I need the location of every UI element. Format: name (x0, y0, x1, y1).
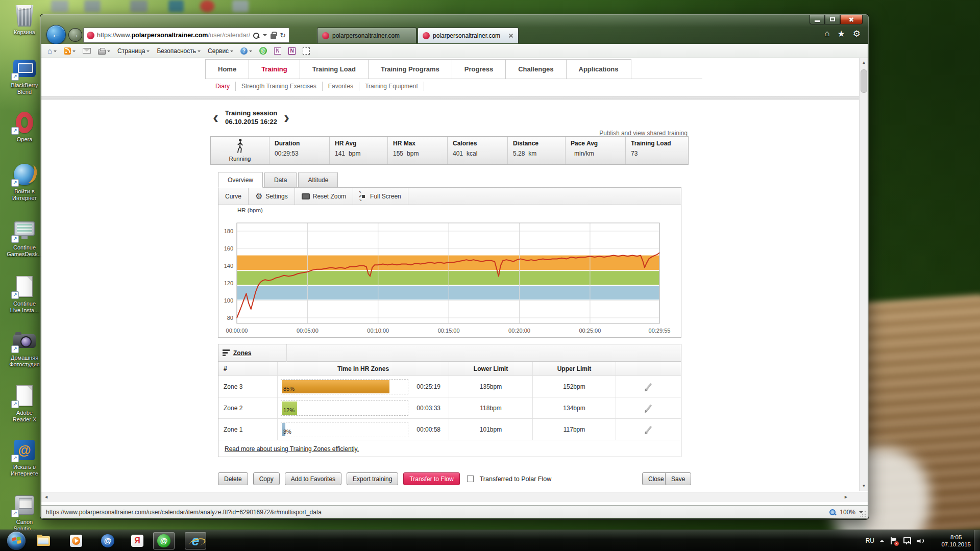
nav-training[interactable]: Training (249, 59, 300, 79)
taskbar-media-player-button[interactable] (65, 532, 87, 549)
favorites-star-icon[interactable]: ★ (838, 29, 845, 39)
taskbar-yandex-button[interactable]: Я (127, 532, 148, 549)
subnav-diary[interactable]: Diary (210, 82, 236, 91)
start-button[interactable] (7, 532, 26, 550)
resize-grip[interactable] (860, 511, 866, 517)
print-button[interactable] (96, 46, 112, 56)
transfer-to-flow-button[interactable]: Transfer to Flow (403, 472, 459, 485)
zone-lower-limit: 101bpm (449, 419, 533, 440)
taskbar-internet-explorer-button[interactable]: e (185, 532, 206, 549)
hidden-icons-arrow[interactable] (880, 538, 884, 542)
show-desktop-button[interactable] (974, 530, 980, 551)
zones-panel: Zones # Time in HR Zones Lower Limit Upp… (218, 344, 681, 457)
back-button[interactable]: ← (46, 25, 66, 44)
transferred-checkbox[interactable] (467, 475, 474, 482)
nav-home[interactable]: Home (205, 59, 249, 79)
feeds-button[interactable] (62, 46, 77, 56)
refresh-icon[interactable]: ↻ (280, 32, 286, 39)
vertical-scrollbar[interactable]: ▲ ▼ (859, 58, 868, 491)
volume-icon[interactable] (917, 537, 924, 544)
restore-button[interactable] (825, 15, 840, 24)
hr-curve-chart[interactable]: 1801601401201008000:00:0000:05:0000:10:0… (214, 215, 681, 338)
curve-button[interactable]: Curve (218, 188, 249, 205)
zone-bar-track: 3% (281, 422, 408, 437)
onenote-clip-button[interactable]: N (287, 46, 297, 56)
minimize-button[interactable] (810, 15, 825, 24)
copy-button[interactable]: Copy (253, 472, 280, 485)
page-menu[interactable]: Страница (116, 46, 151, 56)
svg-text:00:15:00: 00:15:00 (438, 328, 460, 334)
next-session-arrow[interactable]: › (284, 107, 289, 128)
page-title: Training session (225, 109, 278, 117)
action-center-flag-icon[interactable]: ✕ (890, 537, 897, 545)
dropdown-icon (230, 51, 233, 54)
help-menu[interactable]: ? (239, 46, 254, 56)
nav-challenges[interactable]: Challenges (505, 59, 566, 79)
search-icon[interactable] (253, 32, 259, 39)
tab-overview[interactable]: Overview (218, 172, 263, 188)
forward-button[interactable]: → (68, 28, 82, 42)
full-screen-icon: ↙ ↘ (360, 193, 367, 200)
zones-read-more-link[interactable]: Read more about using Training Zones eff… (225, 445, 359, 453)
browser-tab-1[interactable]: polarpersonaltrainer.com (317, 28, 416, 43)
status-bar: https://www.polarpersonaltrainer.com/use… (41, 505, 868, 518)
restore-icon (830, 17, 835, 21)
zones-table-header: # Time in HR Zones Lower Limit Upper Lim… (218, 362, 681, 376)
tools-gear-icon[interactable]: ⚙ (853, 29, 861, 39)
reset-zoom-button[interactable]: Reset Zoom (295, 188, 353, 205)
scrollbar-thumb[interactable] (861, 69, 867, 93)
delete-button[interactable]: Delete (218, 472, 248, 485)
onenote-addon-button[interactable]: N (273, 46, 283, 56)
tab-data[interactable]: Data (264, 172, 297, 188)
save-button[interactable]: Save (665, 472, 691, 485)
home-menu-button[interactable]: ⌂ (46, 46, 58, 56)
publish-link[interactable]: Publish and view shared training (534, 130, 688, 137)
browser-nav-row: ← → https://www.polarpersonaltrainer.com… (44, 27, 865, 44)
full-screen-button[interactable]: ↙ ↘Full Screen (353, 188, 408, 205)
add-to-favorites-button[interactable]: Add to Favorites (285, 472, 341, 485)
taskbar-mailru-button[interactable]: @ (97, 532, 118, 549)
nav-training-programs[interactable]: Training Programs (368, 59, 452, 79)
svg-text:140: 140 (224, 263, 233, 269)
scroll-right-icon[interactable]: ► (844, 494, 848, 499)
settings-button[interactable]: ⚙Settings (249, 188, 295, 205)
previous-session-arrow[interactable]: ‹ (213, 107, 218, 128)
language-indicator[interactable]: RU (866, 537, 874, 544)
export-training-button[interactable]: Export training (347, 472, 398, 485)
edit-pencil-icon[interactable] (645, 425, 651, 433)
scroll-left-icon[interactable]: ◄ (44, 494, 48, 499)
close-button[interactable] (840, 15, 863, 24)
dropdown-icon (107, 51, 110, 54)
browser-tab-2-active[interactable]: polarpersonaltrainer.com (418, 28, 519, 43)
snip-icon (303, 47, 310, 55)
safety-menu[interactable]: Безопасность (155, 46, 202, 56)
taskbar-explorer-button[interactable] (33, 532, 54, 549)
zones-link[interactable]: Zones (233, 349, 251, 357)
agent-addon-button[interactable]: @ (258, 46, 268, 56)
blackberry-blend-icon (13, 60, 36, 77)
subnav-favorites[interactable]: Favorites (323, 82, 359, 91)
nav-applications[interactable]: Applications (566, 59, 631, 79)
scroll-up-icon[interactable]: ▲ (860, 58, 868, 67)
close-tab-icon[interactable] (508, 33, 513, 38)
network-icon[interactable] (903, 537, 911, 544)
tools-menu[interactable]: Сервис (206, 46, 235, 56)
document-icon (16, 276, 33, 297)
horizontal-scrollbar[interactable]: ◄ ► (41, 492, 868, 502)
address-bar[interactable]: https://www.polarpersonaltrainer.com/use… (83, 28, 289, 43)
zoom-control[interactable]: 100% (829, 509, 863, 516)
read-mail-button[interactable] (81, 47, 92, 55)
subnav-training-equipment[interactable]: Training Equipment (359, 82, 424, 91)
snip-addon-button[interactable] (301, 46, 311, 56)
edit-pencil-icon[interactable] (645, 383, 651, 390)
tab-altitude[interactable]: Altitude (298, 172, 338, 188)
taskbar-mailru-agent-button[interactable]: @ (153, 532, 175, 549)
search-dropdown-icon[interactable] (263, 34, 267, 38)
nav-progress[interactable]: Progress (452, 59, 505, 79)
subnav-strength-training[interactable]: Strength Training Exercises (236, 82, 323, 91)
scroll-down-icon[interactable]: ▼ (860, 482, 868, 491)
home-icon[interactable]: ⌂ (824, 29, 829, 39)
taskbar-clock[interactable]: 8:0507.10.2015 (941, 530, 971, 551)
edit-pencil-icon[interactable] (645, 404, 651, 411)
nav-training-load[interactable]: Training Load (300, 59, 368, 79)
